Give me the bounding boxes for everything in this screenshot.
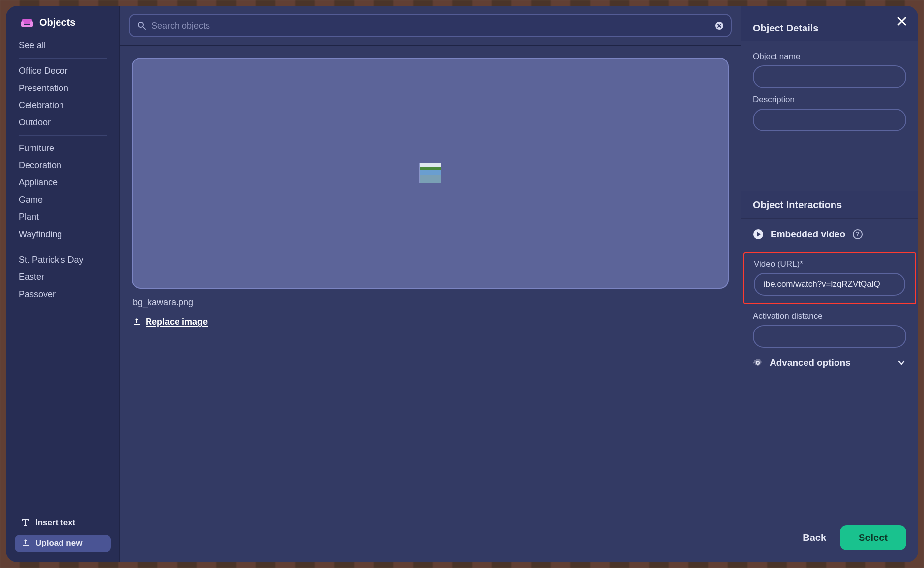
video-url-input[interactable]: [754, 273, 905, 296]
preview-box: [132, 58, 729, 289]
video-url-label: Video (URL)*: [754, 259, 905, 269]
video-url-block: Video (URL)* Activation distance: [741, 244, 918, 348]
couch-icon: [21, 17, 33, 28]
details-form: Object name Description: [741, 41, 918, 191]
close-button[interactable]: [896, 16, 907, 27]
activation-distance-label: Activation distance: [753, 311, 906, 321]
sidebar-item-furniture[interactable]: Furniture: [13, 140, 113, 157]
advanced-options-label: Advanced options: [770, 358, 851, 368]
bottom-bar: Back Select: [741, 516, 918, 562]
sidebar-item-celebration[interactable]: Celebration: [13, 97, 113, 114]
sidebar-title: Objects: [39, 17, 75, 28]
embedded-video-label: Embedded video: [771, 229, 845, 239]
preview-area: bg_kawara.png Replace image: [120, 46, 741, 562]
sidebar-item-game[interactable]: Game: [13, 191, 113, 209]
center-column: bg_kawara.png Replace image: [120, 6, 741, 562]
svg-text:?: ?: [856, 230, 860, 238]
description-input[interactable]: [753, 109, 906, 131]
text-icon: [21, 518, 30, 528]
sidebar-divider: [19, 135, 107, 136]
activation-distance-input[interactable]: [753, 325, 906, 348]
embedded-video-row: Embedded video ?: [741, 219, 918, 244]
description-label: Description: [753, 95, 906, 105]
object-details-heading: Object Details: [741, 6, 918, 41]
sidebar-divider: [19, 58, 107, 59]
sidebar-item-see-all[interactable]: See all: [13, 37, 113, 54]
sidebar-item-st-patrick-s-day[interactable]: St. Patrick's Day: [13, 251, 113, 269]
sidebar-footer: Insert text Upload new: [6, 507, 119, 562]
insert-text-button[interactable]: Insert text: [15, 514, 111, 532]
sidebar-item-decoration[interactable]: Decoration: [13, 157, 113, 174]
replace-image-label: Replace image: [146, 317, 208, 327]
search-row: [120, 6, 741, 46]
sidebar-item-presentation[interactable]: Presentation: [13, 80, 113, 97]
sidebar-item-appliance[interactable]: Appliance: [13, 174, 113, 191]
help-icon[interactable]: ?: [852, 229, 863, 239]
chevron-down-icon: [896, 358, 906, 368]
select-button[interactable]: Select: [840, 525, 906, 550]
details-panel: Object Details Object name Description O…: [741, 6, 918, 562]
sidebar-item-outdoor[interactable]: Outdoor: [13, 114, 113, 131]
sidebar-header: Objects: [6, 6, 119, 37]
sidebar: Objects See allOffice DecorPresentationC…: [6, 6, 120, 562]
sidebar-category-list: See allOffice DecorPresentationCelebrati…: [6, 37, 119, 507]
sidebar-item-plant[interactable]: Plant: [13, 209, 113, 226]
video-url-highlight: Video (URL)*: [743, 252, 916, 304]
insert-text-label: Insert text: [35, 518, 75, 528]
upload-new-label: Upload new: [35, 538, 82, 548]
back-button[interactable]: Back: [803, 532, 826, 543]
advanced-options-row[interactable]: Advanced options: [741, 351, 918, 373]
sidebar-item-passover[interactable]: Passover: [13, 286, 113, 303]
clear-search-icon[interactable]: [715, 21, 724, 30]
gear-icon: [753, 358, 763, 368]
object-name-label: Object name: [753, 52, 906, 61]
object-interactions-heading: Object Interactions: [741, 191, 918, 219]
play-icon: [753, 229, 764, 239]
sidebar-item-easter[interactable]: Easter: [13, 269, 113, 286]
replace-image-button[interactable]: Replace image: [132, 317, 729, 327]
object-picker-modal: Objects See allOffice DecorPresentationC…: [6, 6, 918, 562]
upload-new-button[interactable]: Upload new: [15, 535, 111, 552]
upload-icon: [21, 538, 30, 548]
object-name-input[interactable]: [753, 65, 906, 88]
search-box: [129, 14, 732, 37]
search-icon: [137, 21, 147, 30]
search-input[interactable]: [151, 15, 709, 36]
upload-icon: [132, 317, 142, 327]
preview-filename: bg_kawara.png: [132, 298, 729, 308]
preview-thumbnail: [419, 163, 441, 183]
sidebar-item-wayfinding[interactable]: Wayfinding: [13, 226, 113, 243]
svg-line-1: [143, 27, 145, 29]
sidebar-item-office-decor[interactable]: Office Decor: [13, 62, 113, 80]
sidebar-divider: [19, 247, 107, 247]
